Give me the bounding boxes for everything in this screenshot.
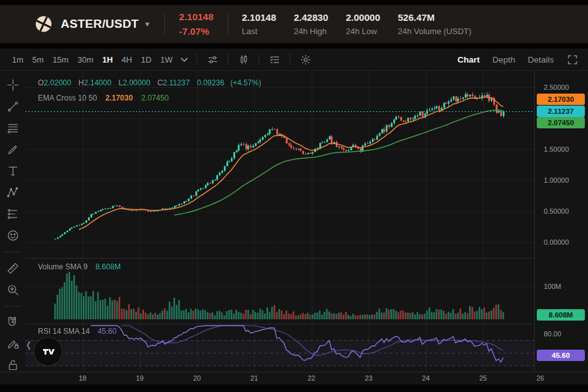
rail-divider — [4, 252, 21, 252]
ema-label: EMA Cross 10 50 — [38, 94, 97, 102]
ohlc-low-value: 2.00000 — [123, 78, 150, 87]
volume-badge: 8.608M — [537, 309, 585, 321]
price-tick: 1.50000 — [544, 145, 569, 154]
trend-line-icon[interactable] — [6, 100, 20, 113]
time-tick: 21 — [250, 374, 258, 382]
header-stat: 2.4283024h High — [294, 10, 328, 37]
timeframe-1d[interactable]: 1D — [137, 52, 156, 67]
toolbar-divider — [290, 54, 290, 65]
timeframe-1h[interactable]: 1H — [98, 52, 118, 67]
price-tick: 1.00000 — [544, 176, 569, 185]
time-axis[interactable]: 181920212223242526 — [0, 372, 588, 385]
timeframe-30m[interactable]: 30m — [73, 52, 97, 67]
price-axis[interactable]: 2.500001.500001.000000.500000.00000100M8… — [534, 71, 588, 372]
chart-toolbar: 1m5m15m30m1H4H1D1W ChartDepthDetails — [0, 49, 588, 71]
xabcd-pattern-icon[interactable] — [6, 186, 20, 199]
chart-panel: 1m5m15m30m1H4H1D1W ChartDepthDetails O2.… — [0, 49, 588, 384]
timeframe-1w[interactable]: 1W — [156, 52, 178, 67]
timeframe-group: 1m5m15m30m1H4H1D1W — [8, 52, 177, 67]
ohlc-change-abs: 0.09236 — [197, 78, 224, 87]
stat-label: 24h Volume (USDT) — [398, 25, 471, 38]
toolbar-divider — [197, 54, 197, 65]
plot-area: O2.02000 H2.14000 L2.00000 C2.11237 0.09… — [25, 71, 534, 372]
rail-divider — [4, 306, 21, 307]
rsi-label: RSI 14 SMA 14 — [38, 327, 90, 336]
time-tick: 25 — [479, 374, 487, 382]
price-badge: 2.17030 — [537, 94, 585, 105]
indicator-settings-icon[interactable] — [203, 51, 222, 68]
stat-value: 526.47M — [398, 10, 471, 25]
ohlc-high-label: H — [78, 78, 84, 87]
last-price-block: 2.10148 -7.07% — [179, 9, 213, 39]
timeframe-1m[interactable]: 1m — [8, 52, 28, 67]
stat-value: 2.42830 — [294, 10, 328, 25]
ohlc-close-label: C — [157, 78, 163, 87]
header-stat: 2.10148Last — [242, 10, 276, 37]
time-tick: 18 — [78, 374, 86, 382]
ohlc-high-value: 2.14000 — [84, 78, 111, 87]
settings-icon[interactable] — [296, 51, 315, 68]
ohlc-open-label: O — [38, 78, 44, 87]
price-tick: 2.50000 — [544, 83, 569, 92]
pane-collapse-chevron-icon[interactable]: ❬ — [25, 340, 32, 350]
time-tick: 22 — [307, 374, 315, 382]
ohlc-open-value: 2.02000 — [44, 78, 71, 87]
chart-main: O2.02000 H2.14000 L2.00000 C2.11237 0.09… — [0, 71, 588, 372]
fullscreen-icon[interactable] — [563, 51, 582, 68]
price-tick: 0.50000 — [544, 207, 569, 216]
ohlc-close-value: 2.11237 — [163, 78, 190, 87]
ruler-icon[interactable] — [6, 262, 20, 275]
tradingview-logo[interactable] — [34, 337, 63, 366]
last-price: 2.10148 — [179, 9, 213, 24]
unlock-icon[interactable] — [6, 358, 20, 372]
price-badge: 2.11237 — [537, 106, 585, 117]
timeframe-15m[interactable]: 15m — [48, 52, 73, 67]
view-switcher: ChartDepthDetails — [451, 51, 582, 68]
candle-style-icon[interactable] — [234, 51, 253, 68]
coin-logo-icon — [34, 15, 53, 34]
header: ASTER/USDT ▼ 2.10148 -7.07% 2.10148Last2… — [0, 5, 588, 43]
ohlc-legend[interactable]: O2.02000 H2.14000 L2.00000 C2.11237 0.09… — [38, 78, 261, 87]
volume-sma-value: 8.608M — [95, 262, 121, 271]
toolbar-divider — [228, 54, 228, 65]
ema50-value: 2.07450 — [141, 94, 168, 102]
forecast-icon[interactable] — [6, 207, 20, 221]
fib-lines-icon[interactable] — [6, 121, 20, 135]
view-tab-chart[interactable]: Chart — [451, 52, 486, 67]
price-tick: 0.00000 — [544, 238, 569, 247]
symbol-title: ASTER/USDT — [61, 17, 138, 31]
ohlc-change-pct: (+4.57%) — [230, 78, 261, 87]
rsi-legend[interactable]: RSI 14 SMA 14 45.60 — [38, 327, 116, 336]
ema-legend[interactable]: EMA Cross 10 50 2.17030 2.07450 — [38, 94, 169, 102]
stat-value: 2.10148 — [242, 10, 276, 25]
view-tab-details[interactable]: Details — [522, 52, 560, 67]
header-stat: 526.47M24h Volume (USDT) — [398, 10, 471, 37]
crosshair-icon[interactable] — [6, 78, 20, 92]
time-tick: 23 — [365, 374, 372, 382]
time-tick: 24 — [422, 374, 429, 382]
view-tab-depth[interactable]: Depth — [486, 52, 522, 67]
rsi-badge: 45.60 — [537, 350, 585, 361]
lock-drawings-icon[interactable] — [6, 337, 20, 350]
timeframe-5m[interactable]: 5m — [28, 52, 48, 67]
indicator-list-icon[interactable] — [265, 51, 284, 68]
header-stats: 2.10148Last2.4283024h High2.0000024h Low… — [242, 10, 489, 37]
ema10-value: 2.17030 — [106, 94, 133, 102]
symbol-dropdown-caret-icon[interactable]: ▼ — [144, 20, 150, 28]
toolbar-icon-group — [203, 51, 315, 68]
emoji-icon[interactable] — [6, 229, 20, 242]
text-tool-icon[interactable] — [6, 164, 20, 178]
volume-tick: 100M — [544, 282, 561, 291]
header-divider — [228, 13, 228, 35]
zoom-in-icon[interactable] — [6, 283, 20, 297]
brush-icon[interactable] — [6, 143, 20, 156]
volume-legend[interactable]: Volume SMA 9 8.608M — [38, 262, 121, 271]
magnet-icon[interactable] — [6, 315, 20, 329]
toolbar-divider — [259, 54, 259, 65]
timeframe-more-caret-icon[interactable] — [177, 51, 191, 68]
rsi-value: 45.60 — [97, 327, 116, 336]
view-tabs: ChartDepthDetails — [451, 52, 560, 67]
header-divider — [164, 13, 165, 35]
price-change: -7.07% — [179, 24, 213, 39]
timeframe-4h[interactable]: 4H — [117, 52, 137, 67]
